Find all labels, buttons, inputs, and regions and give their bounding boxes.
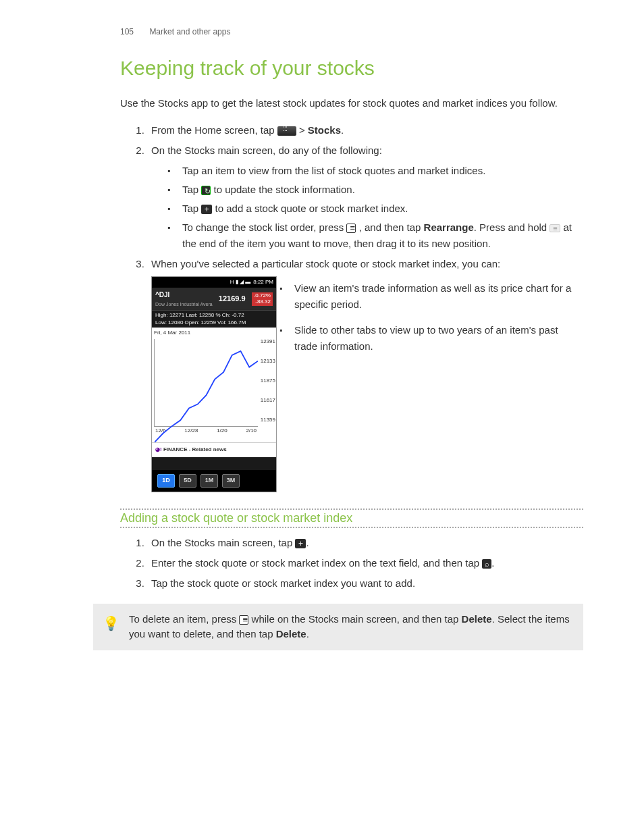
step-2d-text-b: , and then tap — [356, 221, 423, 233]
sub-step-2-b: . — [491, 557, 494, 569]
step-2d-text-a: To change the stock list order, press — [182, 221, 346, 233]
tip-a: To delete an item, press — [129, 613, 239, 625]
page-title: Keeping track of your stocks — [120, 57, 583, 80]
step-3-row: H ▮ ◢ ▬ 8:22 PM ^DJI Dow Jones Industria… — [151, 276, 583, 492]
step-3a: View an item's trade information as well… — [290, 280, 583, 313]
tip-box: 💡 To delete an item, press while on the … — [93, 604, 583, 650]
search-icon — [482, 559, 491, 569]
step-3-sublist: View an item's trade information as well… — [290, 280, 583, 355]
page-header: 105 Market and other apps — [120, 27, 583, 36]
chart-line-svg — [155, 339, 258, 442]
y-tick: 11359 — [261, 416, 275, 425]
main-steps-list: From the Home screen, tap > Stocks. On t… — [120, 122, 583, 492]
step-2a: Tap an item to view from the list of sto… — [178, 163, 583, 179]
delete-label-2: Delete — [276, 628, 306, 640]
step-2-text: On the Stocks main screen, do any of the… — [151, 145, 382, 156]
step-2b-text-a: Tap — [182, 184, 201, 195]
tab-1m[interactable]: 1M — [200, 474, 218, 488]
subsection-title: Adding a stock quote or stock market ind… — [120, 511, 583, 525]
stock-stats: High: 12271 Last: 12258 % Ch: -0.72 Low:… — [152, 311, 276, 328]
section-name: Market and other apps — [149, 27, 230, 36]
sub-step-3: Tap the stock quote or stock market inde… — [147, 575, 583, 592]
tip-b: while on the Stocks main screen, and the… — [248, 613, 461, 625]
sub-step-2: Enter the stock quote or stock market in… — [147, 555, 583, 571]
stock-symbol: ^DJI — [155, 290, 213, 301]
stock-name: Dow Jones Industrial Avera — [155, 301, 213, 308]
step-2c: Tap to add a stock quote or stock market… — [178, 201, 583, 217]
step-1-text-b: > — [299, 124, 308, 136]
chart-y-labels: 12391 12133 11875 11617 11359 — [261, 338, 275, 425]
menu-icon — [239, 615, 248, 625]
sub-step-1: On the Stocks main screen, tap . — [147, 535, 583, 551]
news-label: FINANCE - Related news — [163, 446, 227, 452]
y-tick: 11617 — [261, 396, 275, 405]
step-2d: To change the stock list order, press , … — [178, 219, 583, 252]
step-1-text-a: From the Home screen, tap — [151, 124, 277, 136]
tab-5d[interactable]: 5D — [179, 474, 196, 488]
refresh-icon — [201, 186, 211, 195]
stats-line-1: High: 12271 Last: 12258 % Ch: -0.72 — [155, 312, 273, 319]
tip-text: To delete an item, press while on the St… — [129, 612, 574, 642]
menu-icon — [346, 224, 356, 233]
sub-step-1-a: On the Stocks main screen, tap — [151, 537, 295, 548]
tab-3m[interactable]: 3M — [222, 474, 240, 488]
step-3-side: View an item's trade information as well… — [290, 276, 583, 364]
y-tick: 11875 — [261, 377, 275, 386]
stats-line-2: Low: 12080 Open: 12259 Vol: 166.7M — [155, 319, 273, 326]
phone-screenshot: H ▮ ◢ ▬ 8:22 PM ^DJI Dow Jones Industria… — [151, 276, 277, 492]
stock-symbol-block: ^DJI Dow Jones Industrial Avera — [155, 290, 213, 308]
step-2: On the Stocks main screen, do any of the… — [147, 142, 583, 252]
stocks-app-label: Stocks — [308, 124, 341, 136]
stock-header: ^DJI Dow Jones Industrial Avera 12169.9 … — [152, 288, 276, 311]
page-number: 105 — [120, 27, 134, 36]
related-news-bar: ◕! FINANCE - Related news — [152, 442, 276, 457]
intro-paragraph: Use the Stocks app to get the latest sto… — [120, 96, 583, 111]
phone-status-bar: H ▮ ◢ ▬ 8:22 PM — [152, 277, 276, 288]
step-3a-text: View an item's trade information as well… — [294, 282, 571, 310]
y-tick: 12133 — [261, 357, 275, 366]
sub-step-2-a: Enter the stock quote or stock market in… — [151, 557, 482, 569]
step-2c-text-b: to add a stock quote or stock market ind… — [212, 203, 408, 214]
step-3: When you've selected a particular stock … — [147, 256, 583, 492]
stock-change: -0.72% -88.32 — [252, 292, 273, 306]
stock-price: 12169.9 — [219, 293, 246, 305]
section-divider: Adding a stock quote or stock market ind… — [120, 509, 583, 528]
all-apps-icon — [277, 126, 296, 136]
rearrange-label: Rearrange — [424, 221, 474, 233]
step-2d-text-d: . Press and hold — [474, 221, 550, 233]
lightbulb-icon: 💡 — [103, 612, 119, 642]
chart-plot-area: 12391 12133 11875 11617 11359 — [154, 339, 258, 427]
step-1-text-d: . — [341, 124, 344, 136]
step-2-sublist: Tap an item to view from the list of sto… — [151, 163, 583, 252]
subsection-steps: On the Stocks main screen, tap . Enter t… — [120, 535, 583, 592]
chart-range-tabs: 1D 5D 1M 3M — [152, 470, 276, 492]
tab-1d[interactable]: 1D — [157, 474, 175, 488]
yahoo-icon: ◕! — [155, 446, 162, 452]
step-3b-text: Slide to other tabs to view up to two ye… — [294, 324, 558, 352]
status-time: 8:22 PM — [253, 278, 273, 287]
step-2b: Tap to update the stock information. — [178, 182, 583, 198]
step-2c-text-a: Tap — [182, 203, 201, 214]
plus-icon — [201, 205, 212, 214]
chart-date: Fri, 4 Mar 2011 — [154, 329, 274, 338]
step-3b: Slide to other tabs to view up to two ye… — [290, 322, 583, 355]
y-tick: 12391 — [261, 338, 275, 346]
sub-step-3-text: Tap the stock quote or stock market inde… — [151, 577, 415, 589]
sub-step-1-b: . — [306, 537, 308, 548]
change-abs: -88.32 — [254, 299, 271, 305]
stock-chart: Fri, 4 Mar 2011 12391 12133 11875 11617 … — [152, 328, 276, 442]
tip-f: . — [306, 628, 309, 640]
step-2a-text: Tap an item to view from the list of sto… — [182, 165, 485, 176]
document-page: 105 Market and other apps Keeping track … — [0, 0, 644, 677]
delete-label: Delete — [462, 613, 492, 625]
plus-icon — [295, 539, 306, 548]
drag-handle-icon — [549, 224, 560, 232]
step-3-text: When you've selected a particular stock … — [151, 258, 500, 269]
step-1: From the Home screen, tap > Stocks. — [147, 122, 583, 138]
step-2b-text-b: to update the stock information. — [211, 184, 354, 195]
signal-icon: H ▮ ◢ ▬ — [230, 278, 250, 287]
